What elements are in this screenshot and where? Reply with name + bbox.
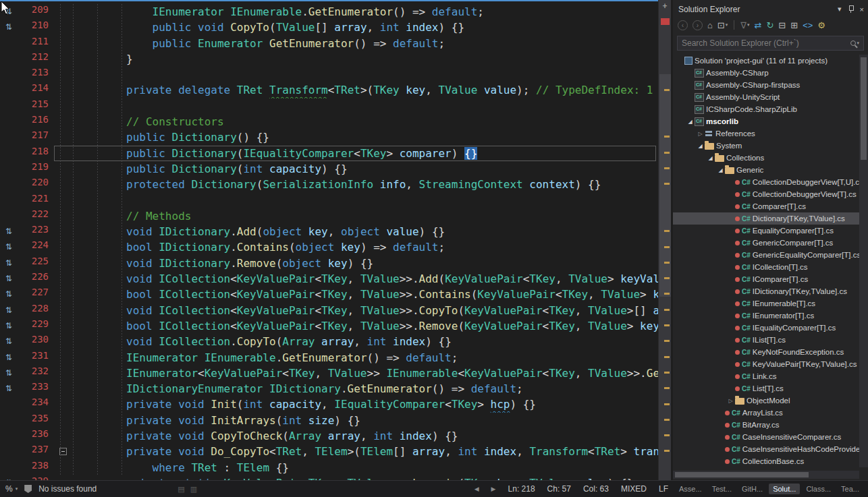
code-line[interactable]: 216 // Constructors — [0, 114, 658, 129]
tree-item-file[interactable]: Comparer[T].cs — [673, 200, 859, 212]
tree-horizontal-scrollbar[interactable] — [673, 471, 859, 479]
sync-button-icon[interactable]: ⇄ — [755, 20, 762, 30]
code-line[interactable]: ⇅228 void ICollection<KeyValuePair<TKey,… — [0, 303, 658, 318]
tree-item-file[interactable]: IEnumerable[T].cs — [673, 297, 859, 310]
collapse-arrow-icon[interactable]: ◢ — [696, 143, 705, 149]
line-number[interactable]: 213 — [18, 67, 54, 82]
gutter[interactable] — [0, 161, 18, 177]
code-line[interactable]: 234 private void Init(int capacity, IEqu… — [0, 397, 658, 412]
tree-item-file[interactable]: IComparer[T].cs — [673, 273, 859, 285]
fold-margin[interactable] — [54, 444, 74, 459]
search-icon[interactable] — [850, 40, 856, 46]
reference-arrows-icon[interactable]: ⇅ — [0, 271, 18, 287]
code-line[interactable]: ⇅225 void IDictionary.Remove(object key)… — [0, 256, 658, 271]
tree-item-project[interactable]: ICSharpCode.SharpZipLib — [673, 103, 859, 115]
line-number[interactable]: 214 — [18, 82, 54, 98]
chevron-down-icon[interactable]: ▾ — [857, 40, 859, 46]
tree-item-file[interactable]: CaseInsensitiveComparer.cs — [673, 431, 859, 443]
tree-item-project[interactable]: ◢mscorlib — [673, 115, 859, 127]
tree-item-refs[interactable]: ▷References — [673, 127, 859, 140]
gutter[interactable] — [0, 193, 18, 208]
line-number[interactable]: 230 — [18, 334, 54, 349]
gutter[interactable] — [0, 146, 18, 161]
splitter-grip-icon[interactable]: + — [659, 0, 671, 12]
reference-arrows-icon[interactable]: ⇅ — [0, 256, 18, 271]
tree-item-file[interactable]: List[T].cs — [673, 382, 859, 394]
reference-arrows-icon[interactable]: ⇅ — [0, 287, 18, 302]
reference-arrows-icon[interactable]: ⇅ — [0, 239, 18, 255]
tree-item-folder[interactable]: ◢System — [673, 140, 859, 152]
line-number[interactable]: 222 — [18, 208, 54, 224]
line-number[interactable]: 218 — [18, 146, 54, 161]
collapse-all-button-icon[interactable]: ⊟ — [778, 20, 786, 30]
line-number[interactable]: 220 — [18, 177, 54, 192]
code-line[interactable]: 221 — [0, 193, 658, 208]
code-line[interactable]: ⇅223 void IDictionary.Add(object key, ob… — [0, 224, 658, 239]
encoding-indicator[interactable]: MIXED — [621, 484, 647, 494]
line-number[interactable]: 221 — [18, 193, 54, 208]
collapse-arrow-icon[interactable]: ◢ — [686, 119, 695, 125]
reference-arrows-icon[interactable]: ⇅ — [0, 381, 18, 397]
reference-arrows-icon[interactable]: ⇅ — [0, 350, 18, 366]
nav-back-icon[interactable]: ◀ — [474, 486, 479, 492]
search-box[interactable]: Search Solution Explorer (Ctrl+`) ▾ — [677, 36, 864, 51]
eol-indicator[interactable]: LF — [659, 484, 668, 494]
tree-item-file[interactable]: EqualityComparer[T].cs — [673, 225, 859, 237]
home-button-icon[interactable]: ⌂ — [707, 20, 713, 30]
editor-scrollbar[interactable]: + — [658, 0, 671, 480]
window-position-icon[interactable]: ▾ — [838, 5, 842, 13]
tree-item-file[interactable]: GenericComparer[T].cs — [673, 237, 859, 249]
line-number[interactable]: 225 — [18, 256, 54, 271]
line-number[interactable]: 211 — [18, 36, 54, 51]
tree-item-file[interactable]: CollectionDebuggerView[T].cs — [673, 188, 859, 200]
code-line[interactable]: ⇅210 public void CopyTo(TValue[] array, … — [0, 20, 658, 35]
tree-item-file[interactable]: IEqualityComparer[T].cs — [673, 322, 859, 334]
code-line[interactable]: 220 protected Dictionary(SerializationIn… — [0, 177, 658, 192]
reference-arrows-icon[interactable]: ⇅ — [0, 475, 18, 480]
code-line[interactable]: 222 // Methods — [0, 208, 658, 224]
gutter[interactable] — [0, 177, 18, 192]
tree-item-file[interactable]: KeyNotFoundException.cs — [673, 346, 859, 358]
tree-item-file[interactable]: ArrayList.cs — [673, 407, 859, 419]
back-button-icon[interactable]: ‹ — [678, 20, 688, 30]
gutter[interactable] — [0, 208, 18, 224]
gutter[interactable] — [0, 114, 18, 129]
code-line[interactable]: ⇅229 bool ICollection<KeyValuePair<TKey,… — [0, 318, 658, 334]
panel-tab[interactable]: Solut... — [769, 484, 800, 494]
refresh-button-icon[interactable]: ↻ — [766, 20, 774, 30]
panel-tab[interactable]: Class... — [802, 484, 835, 494]
code-line[interactable]: ⇅224 bool IDictionary.Contains(object ke… — [0, 239, 658, 255]
line-number[interactable]: 227 — [18, 287, 54, 302]
gutter[interactable] — [0, 413, 18, 428]
line-number[interactable]: 219 — [18, 161, 54, 177]
code-line[interactable]: 214 private delegate TRet Transform<TRet… — [0, 82, 658, 98]
tree-item-file[interactable]: GenericEqualityComparer[T].cs — [673, 249, 859, 261]
reference-arrows-icon[interactable]: ⇅ — [0, 334, 18, 349]
code-line[interactable]: 236 private void CopyToCheck(Array array… — [0, 428, 658, 444]
code-line[interactable]: ⇅239 private static KeyValuePair<TKey, T… — [0, 475, 658, 480]
close-icon[interactable]: × — [860, 5, 864, 13]
line-number[interactable]: 215 — [18, 98, 54, 114]
tree-item-file[interactable]: IEnumerator[T].cs — [673, 310, 859, 322]
reference-arrows-icon[interactable]: ⇅ — [0, 318, 18, 334]
show-all-files-button-icon[interactable]: ⊞ — [790, 20, 798, 30]
code-line[interactable]: 238 where TRet : TElem {} — [0, 460, 658, 475]
reference-arrows-icon[interactable]: ⇅ — [0, 303, 18, 318]
code-line[interactable]: 235 private void InitArrays(int size) {} — [0, 413, 658, 428]
tree-vertical-scrollbar[interactable] — [859, 55, 868, 467]
filter-button-icon[interactable]: ∇▾ — [740, 20, 749, 30]
code-line[interactable]: 215 — [0, 98, 658, 114]
line-number[interactable]: 231 — [18, 350, 54, 366]
tree-item-file[interactable]: CaseInsensitiveHashCodeProvider.cs — [673, 443, 859, 455]
gutter[interactable] — [0, 51, 18, 67]
gutter[interactable] — [0, 444, 18, 459]
line-number[interactable]: 210 — [18, 20, 54, 35]
tree-item-file[interactable]: ICollection[T].cs — [673, 261, 859, 273]
panel-tab[interactable]: Asse... — [675, 484, 706, 494]
gutter[interactable] — [0, 98, 18, 114]
pin-icon[interactable] — [848, 5, 854, 13]
line-number[interactable]: 232 — [18, 366, 54, 381]
tree-item-file[interactable]: IDictionary[TKey,TValue].cs — [673, 285, 859, 297]
tree-item-file[interactable]: BitArray.cs — [673, 419, 859, 431]
line-number[interactable]: 235 — [18, 413, 54, 428]
